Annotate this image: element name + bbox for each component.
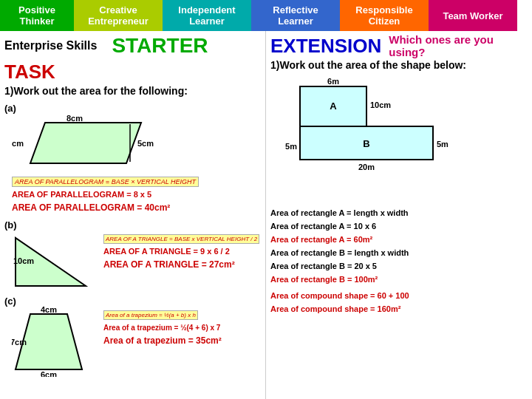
para-formula-2: AREA OF PARALLELOGRAM = 8 x 5	[12, 187, 261, 200]
svg-marker-0	[30, 123, 141, 163]
dim-8cm-text: 8cm	[66, 115, 83, 123]
tab-team-worker[interactable]: Team Worker	[429, 0, 517, 31]
triangle-svg: 10cm 6cm	[12, 231, 100, 290]
left-panel: Enterprise Skills STARTER TASK 1)Work ou…	[0, 31, 266, 399]
part-a-label: (a)	[4, 103, 261, 114]
para-formula-1: AREA OF PARALLELOGRAM = BASE × VERTICAL …	[12, 174, 261, 187]
compound2: Area of compound shape = 160m²	[270, 304, 400, 313]
tab-independent-learner[interactable]: Independent Learner	[163, 0, 251, 31]
right-header-row: EXTENSION Which ones are you using?	[270, 34, 528, 58]
svg-text:B: B	[363, 138, 369, 149]
header-tabs: Positive Thinker Creative Entrepreneur I…	[0, 0, 532, 31]
part-b-shape: 10cm 6cm AREA OF A TRIANGLE = BASE x VER…	[12, 231, 261, 290]
dim-7cm-c-text: 7cm	[12, 338, 27, 347]
tab-creative-entrepreneur[interactable]: Creative Entrepreneur	[74, 0, 163, 31]
left-header-row: Enterprise Skills STARTER	[4, 34, 261, 58]
part-a-shape: 8cm 7cm 5cm AREA OF PARALLELOGRAM = BASE…	[12, 115, 261, 214]
dim-5cm-text: 5cm	[137, 139, 154, 148]
parallelogram-svg: 8cm 7cm 5cm	[12, 115, 160, 171]
svg-text:A: A	[330, 100, 337, 112]
extension-title: EXTENSION	[270, 35, 381, 58]
svg-text:15m: 15m	[285, 142, 297, 151]
area-a1: Area of rectangle A = length x width	[270, 208, 409, 217]
compound1: Area of compound shape = 60 + 100	[270, 291, 409, 300]
svg-text:20m: 20m	[358, 163, 375, 171]
tab-reflective-learner[interactable]: Reflective Learner	[251, 0, 340, 31]
part-c-label: (c)	[4, 296, 261, 307]
dim-6cm-c-text: 6cm	[41, 370, 57, 377]
area-b2: Area of rectangle B = 20 x 5	[270, 262, 377, 270]
enterprise-skills-label: Enterprise Skills	[4, 39, 97, 52]
area-b1: Area of rectangle B = length x width	[270, 248, 409, 257]
area-a3: Area of rectangle A = 60m²	[270, 235, 372, 244]
task-question: 1)Work out the area for the following:	[4, 85, 261, 97]
right-panel: EXTENSION Which ones are you using? 1)Wo…	[266, 31, 532, 399]
area-calculations: Area of rectangle A = length x width Are…	[270, 205, 528, 315]
para-formula-3: AREA OF PARALLELOGRAM = 40cm²	[12, 200, 261, 214]
main-content: Enterprise Skills STARTER TASK 1)Work ou…	[0, 31, 532, 399]
dim-10cm-text: 10cm	[13, 256, 34, 265]
area-a2: Area of rectangle A = 10 x 6	[270, 222, 376, 231]
svg-text:5m: 5m	[437, 140, 449, 149]
trapezium-svg: 4cm 6cm 7cm	[12, 307, 100, 377]
compound-shape-container: 6m A 10cm 15m B 5m 20m	[285, 75, 528, 204]
dim-7cm-text: 7cm	[12, 139, 24, 148]
svg-text:6m: 6m	[327, 77, 339, 86]
compound-shape-svg: 6m A 10cm 15m B 5m 20m	[285, 75, 507, 201]
which-ones-label: Which ones are you using?	[389, 33, 528, 58]
tri-formulas: AREA OF A TRIANGLE = BASE x VERTICAL HEI…	[103, 231, 259, 270]
task-title: TASK	[4, 61, 261, 83]
part-c-shape: 4cm 6cm 7cm Area of a trapezium = ½(a + …	[12, 307, 261, 377]
part-b-label: (b)	[4, 219, 261, 231]
tab-responsible-citizen[interactable]: Responsible Citizen	[340, 0, 429, 31]
starter-label: STARTER	[112, 34, 208, 58]
svg-text:10cm: 10cm	[370, 100, 391, 109]
tab-positive-thinker[interactable]: Positive Thinker	[0, 0, 74, 31]
ext-question: 1)Work out the area of the shape below:	[270, 59, 528, 71]
trap-formulas: Area of a trapezium = ½(a + b) x h Area …	[103, 307, 222, 347]
dim-4cm-text: 4cm	[41, 307, 57, 314]
area-b3: Area of rectangle B = 100m²	[270, 275, 378, 284]
